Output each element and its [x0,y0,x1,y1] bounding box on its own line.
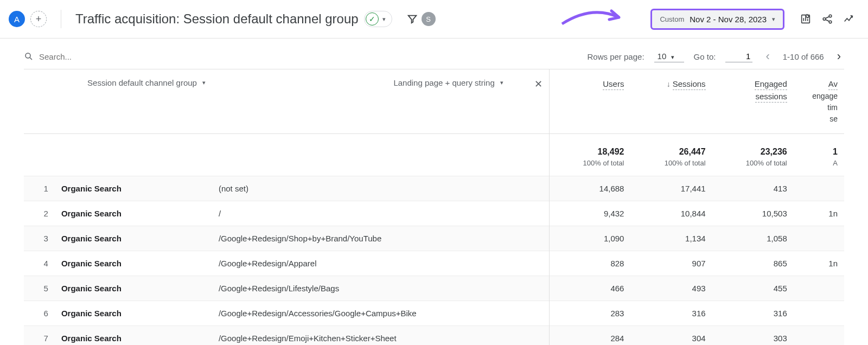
secondary-dimension-picker[interactable]: Landing page + query string▾ [212,69,510,134]
date-range-picker[interactable]: Custom Nov 2 - Nov 28, 2023 ▾ [650,9,784,30]
row-sessions: 1,134 [630,226,712,251]
table-row[interactable]: 4Organic Search/Google+Redesign/Apparel8… [24,251,844,276]
status-check-icon: ✓ [366,12,379,25]
row-engaged: 1,058 [712,226,794,251]
table-row[interactable]: 1Organic Search(not set)14,68817,441413 [24,176,844,201]
totals-row: 18,492100% of total 26,447100% of total … [24,133,844,176]
edit-comparison-icon[interactable] [800,13,812,25]
row-channel: Organic Search [55,276,212,301]
search-box[interactable] [24,52,577,61]
chevron-down-icon: ▾ [202,79,206,86]
row-users: 466 [549,276,630,301]
date-range-value: Nov 2 - Nov 28, 2023 [690,15,767,24]
segment-chip[interactable]: S [422,12,436,26]
prev-page-button[interactable]: ‹ [762,49,773,63]
account-avatar[interactable]: A [9,11,25,27]
row-avg [794,325,844,345]
close-icon: ✕ [534,79,542,90]
date-range-type: Custom [660,15,684,23]
row-landing-page: /Google+Redesign/Accessories/Google+Camp… [212,301,549,325]
row-engaged: 316 [712,301,794,325]
next-page-button[interactable]: › [834,49,844,63]
status-dropdown[interactable]: ✓ ▾ [364,11,392,27]
insights-icon[interactable] [843,13,855,25]
chevron-down-icon: ▾ [500,79,503,86]
column-sessions[interactable]: ↓Sessions [630,69,712,134]
table-row[interactable]: 6Organic Search/Google+Redesign/Accessor… [24,301,844,325]
report-header: A + Traffic acquisition: Session default… [0,0,868,39]
row-engaged: 413 [712,176,794,201]
row-sessions: 316 [630,301,712,325]
share-icon[interactable] [821,13,833,25]
row-avg [794,226,844,251]
row-engaged: 303 [712,325,794,345]
chevron-down-icon: ▾ [772,16,775,23]
row-landing-page: /Google+Redesign/Lifestyle/Bags [212,276,549,301]
row-users: 9,432 [549,201,630,226]
rows-per-page-select[interactable]: 10 ▾ [654,50,684,62]
row-engaged: 865 [712,251,794,276]
row-index: 7 [24,325,55,345]
total-avg-partial: 1 [800,147,838,157]
svg-point-4 [25,53,30,58]
total-engaged: 23,236 [719,147,787,157]
total-users: 18,492 [556,147,624,157]
row-engaged: 455 [712,276,794,301]
header-action-icons [800,13,855,25]
filter-group: S [398,12,436,26]
row-landing-page: /Google+Redesign/Apparel [212,251,549,276]
row-index: 5 [24,276,55,301]
row-sessions: 17,441 [630,176,712,201]
row-sessions: 493 [630,276,712,301]
page-title: Traffic acquisition: Session default cha… [75,11,359,27]
goto-input[interactable] [725,50,752,62]
row-users: 14,688 [549,176,630,201]
row-sessions: 10,844 [630,201,712,226]
table-row[interactable]: 3Organic Search/Google+Redesign/Shop+by+… [24,226,844,251]
row-users: 284 [549,325,630,345]
table-body: 1Organic Search(not set)14,68817,4414132… [24,176,844,345]
table-controls: Rows per page: 10 ▾ Go to: ‹ 1-10 of 666… [24,49,844,69]
row-index: 3 [24,226,55,251]
row-sessions: 907 [630,251,712,276]
row-channel: Organic Search [55,301,212,325]
row-channel: Organic Search [55,251,212,276]
row-channel: Organic Search [55,226,212,251]
chevron-down-icon: ▾ [380,16,388,23]
divider [61,10,61,28]
goto-label: Go to: [694,52,716,61]
row-index: 2 [24,201,55,226]
data-table: Session default channel group▾ Landing p… [24,69,844,345]
row-avg: 1n [794,201,844,226]
column-users[interactable]: Users [549,69,630,134]
filter-icon[interactable] [406,13,418,25]
row-channel: Organic Search [55,325,212,345]
remove-secondary-dimension[interactable]: ✕ [510,69,549,134]
pagination-range: 1-10 of 666 [783,52,824,61]
row-avg [794,276,844,301]
table-row[interactable]: 7Organic Search/Google+Redesign/Emoji+Ki… [24,325,844,345]
row-index: 1 [24,176,55,201]
column-avg-engagement-time[interactable]: Avengagetimse [794,69,844,134]
row-users: 828 [549,251,630,276]
table-row[interactable]: 2Organic Search/9,43210,84410,5031n [24,201,844,226]
table-row[interactable]: 5Organic Search/Google+Redesign/Lifestyl… [24,276,844,301]
row-sessions: 304 [630,325,712,345]
column-engaged-sessions[interactable]: Engagedsessions [712,69,794,134]
row-channel: Organic Search [55,176,212,201]
row-avg [794,301,844,325]
row-engaged: 10,503 [712,201,794,226]
primary-dimension-picker[interactable]: Session default channel group▾ [55,69,212,134]
add-comparison-button[interactable]: + [30,11,47,27]
row-landing-page: /Google+Redesign/Emoji+Kitchen+Sticker+S… [212,325,549,345]
search-icon [24,52,34,61]
chevron-down-icon: ▾ [671,54,674,60]
row-index: 6 [24,301,55,325]
search-input[interactable] [39,52,148,61]
row-index-header [24,69,55,134]
row-users: 283 [549,301,630,325]
row-avg [794,176,844,201]
row-landing-page: /Google+Redesign/Shop+by+Brand/YouTube [212,226,549,251]
rows-per-page-label: Rows per page: [587,52,644,61]
total-sessions: 26,447 [637,147,705,157]
